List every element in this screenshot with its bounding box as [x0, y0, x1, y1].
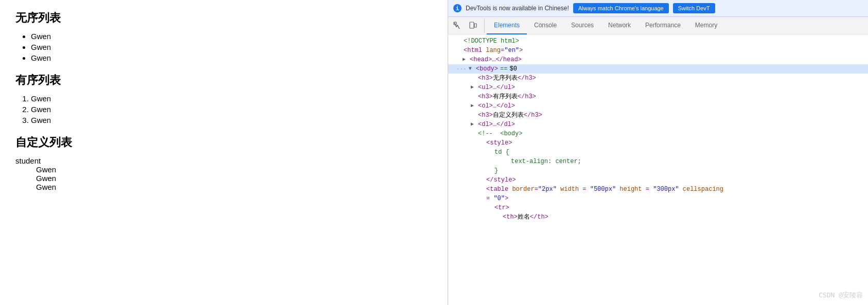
table-close-bracket: > — [505, 194, 508, 203]
h3-2-open: <h3> — [478, 92, 493, 101]
expand-arrow-body[interactable]: ▼ — [469, 64, 475, 74]
space2: = — [579, 185, 590, 194]
cellspacing-eq: = — [486, 194, 493, 203]
html-attr-val: "en" — [504, 46, 519, 55]
code-line-tr: <tr> — [448, 203, 868, 212]
dl-def: Gwen — [15, 165, 432, 174]
code-line-head: ▶ <head>…</head> — [448, 55, 868, 64]
code-line-table: <table border="2px" width = "500px" heig… — [448, 185, 868, 194]
body-equals: == — [500, 64, 507, 74]
comment-body: <!-- <body> — [478, 129, 522, 138]
list-item: Gwen — [31, 53, 432, 62]
code-line-h3-1: <h3>无序列表</h3> — [448, 74, 868, 83]
h3-3-open: <h3> — [478, 111, 493, 120]
table-tag-start: <table — [486, 185, 512, 194]
svg-rect-2 — [474, 24, 476, 27]
space3 — [616, 185, 619, 194]
tab-network[interactable]: Network — [601, 17, 638, 34]
code-line-style-close: </style> — [448, 175, 868, 185]
space4: = — [642, 185, 653, 194]
infobar-text: DevTools is now available in Chinese! — [466, 5, 569, 12]
table-height-val: "300px" — [653, 185, 679, 194]
cellspacing-val: "0" — [493, 194, 505, 203]
device-toolbar-button[interactable] — [466, 19, 480, 33]
h3-2-text: 有序列表 — [493, 92, 518, 101]
expand-arrow-dl[interactable]: ▶ — [471, 120, 477, 129]
dl-def: Gwen — [15, 183, 432, 191]
eq1: = — [535, 185, 538, 194]
code-line-style-open: <style> — [448, 138, 868, 148]
code-line-doctype: <!DOCTYPE html> — [448, 37, 868, 46]
tab-console[interactable]: Console — [527, 17, 564, 34]
devtools-infobar: i DevTools is now available in Chinese! … — [448, 0, 868, 17]
h3-1-open: <h3> — [478, 74, 493, 83]
close-brace: } — [494, 166, 498, 175]
tr-tag: <tr> — [494, 203, 509, 212]
toolbar-icons — [450, 19, 485, 33]
expand-arrow-head[interactable]: ▶ — [463, 55, 469, 64]
h3-2-close: </h3> — [518, 92, 536, 101]
table-cellspacing-attr: cellspacing — [683, 185, 723, 194]
doctype-text: <!DOCTYPE html> — [464, 37, 519, 46]
devtools-code-panel[interactable]: <!DOCTYPE html> <html lang="en"> ▶ <head… — [448, 34, 868, 305]
code-line-table-cont: = "0"> — [448, 194, 868, 203]
code-line-html: <html lang="en"> — [448, 46, 868, 55]
list-item: Gwen — [31, 32, 432, 41]
table-height-attr: height — [619, 185, 642, 194]
devtools-panel: i DevTools is now available in Chinese! … — [448, 0, 868, 305]
dl-def: Gwen — [15, 174, 432, 183]
tab-performance[interactable]: Performance — [638, 17, 688, 34]
code-line-comment-body: <!-- <body> — [448, 129, 868, 138]
devtools-toolbar: Elements Console Sources Network Perform… — [448, 17, 868, 34]
code-line-h3-3: <h3>自定义列表</h3> — [448, 111, 868, 120]
list-item: Gwen — [31, 43, 432, 51]
expand-arrow-ol[interactable]: ▶ — [471, 101, 477, 111]
space5 — [679, 185, 683, 194]
code-line-ul: ▶ <ul>…</ul> — [448, 83, 868, 92]
dots-indicator: ··· — [456, 64, 467, 74]
code-line-text-align: text-align: center; — [448, 157, 868, 166]
html-tag-close: > — [519, 46, 523, 55]
match-language-button[interactable]: Always match Chrome's language — [573, 3, 669, 13]
info-icon: i — [453, 4, 462, 12]
h3-3-close: </h3> — [524, 111, 542, 120]
tab-elements[interactable]: Elements — [487, 17, 527, 34]
inspect-element-button[interactable] — [450, 19, 465, 33]
h3-1-text: 无序列表 — [493, 74, 518, 83]
heading-definition: 自定义列表 — [15, 135, 432, 150]
tab-sources[interactable]: Sources — [564, 17, 601, 34]
style-tag-open: <style> — [486, 138, 512, 148]
h3-1-close: </h3> — [518, 74, 536, 83]
dl-term: student — [15, 156, 432, 165]
html-attr-eq: = — [501, 46, 504, 55]
tab-memory[interactable]: Memory — [688, 17, 724, 34]
list-item: Gwen — [31, 116, 432, 124]
code-line-td: td { — [448, 148, 868, 157]
text-align-rule: text-align: center; — [511, 157, 581, 166]
code-line-th: <th>姓名</th> — [448, 212, 868, 222]
body-dollar: $0 — [509, 64, 517, 74]
table-border-attr: border — [512, 185, 534, 194]
h3-3-text: 自定义列表 — [493, 111, 524, 120]
svg-rect-1 — [470, 22, 474, 28]
unordered-list: Gwen Gwen Gwen — [15, 32, 432, 62]
ol-tag: <ol>…</ol> — [478, 101, 515, 111]
ordered-list: Gwen Gwen Gwen — [15, 94, 432, 124]
switch-devtools-button[interactable]: Switch DevT — [673, 3, 715, 13]
th-tag-close: </th> — [530, 212, 548, 222]
expand-arrow-ul[interactable]: ▶ — [471, 83, 477, 92]
dl-tag: <dl>…</dl> — [478, 120, 515, 129]
table-border-val: "2px" — [538, 185, 557, 194]
body-tag: <body> — [476, 64, 498, 74]
space1 — [557, 185, 560, 194]
webpage-content: 无序列表 Gwen Gwen Gwen 有序列表 Gwen Gwen Gwen … — [0, 0, 448, 305]
list-item: Gwen — [31, 94, 432, 103]
code-line-close-brace: } — [448, 166, 868, 175]
csdn-watermark: CSDN @安陵容 — [819, 291, 863, 300]
code-line-dl: ▶ <dl>…</dl> — [448, 120, 868, 129]
heading-ordered: 有序列表 — [15, 73, 432, 88]
code-line-ol: ▶ <ol>…</ol> — [448, 101, 868, 111]
heading-unordered: 无序列表 — [15, 10, 432, 26]
head-tag: <head>…</head> — [470, 55, 522, 64]
code-line-h3-2: <h3>有序列表</h3> — [448, 92, 868, 101]
